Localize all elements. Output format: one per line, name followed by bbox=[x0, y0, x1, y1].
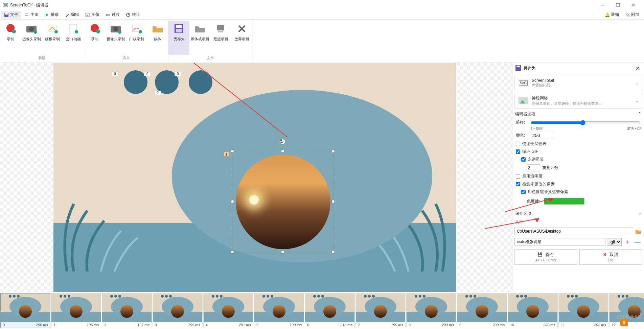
add-preset-button[interactable]: ＋ bbox=[623, 238, 632, 246]
repeat-forever-checkbox[interactable] bbox=[521, 157, 526, 162]
tab-file[interactable]: 文件 bbox=[1, 11, 21, 19]
timeline-frame[interactable]: 4201 ms bbox=[203, 293, 253, 328]
sampling-slider[interactable] bbox=[531, 120, 641, 125]
global-palette-checkbox[interactable] bbox=[516, 142, 520, 146]
frame-index: 6 bbox=[307, 323, 309, 327]
ribbon-board[interactable]: 画板录制 bbox=[42, 21, 63, 55]
resize-handle[interactable] bbox=[331, 250, 335, 254]
home-icon bbox=[24, 13, 29, 17]
object-badge: 0 bbox=[112, 72, 118, 76]
timeline-frame[interactable]: 5199 ms bbox=[254, 293, 304, 328]
panel-close-button[interactable]: ✕ bbox=[634, 65, 641, 72]
minimize-button[interactable]: ─ bbox=[595, 0, 610, 10]
timeline-frame[interactable]: 9200 ms bbox=[457, 293, 507, 328]
section-file: 文件 bbox=[512, 218, 644, 226]
section-save-options[interactable]: 保存选项⌄ bbox=[512, 209, 644, 218]
object-badge: 0 bbox=[175, 72, 181, 76]
resize-handle[interactable] bbox=[231, 250, 234, 254]
tab-edit[interactable]: 编辑 bbox=[62, 11, 82, 19]
selection-box[interactable]: ↻ 1 bbox=[232, 151, 334, 252]
chroma-color-swatch[interactable] bbox=[544, 198, 584, 205]
resize-handle[interactable] bbox=[231, 149, 234, 153]
svg-rect-4 bbox=[25, 14, 28, 14]
colors-input[interactable] bbox=[531, 132, 552, 139]
detect-unchanged-checkbox[interactable] bbox=[516, 182, 520, 186]
timeline-frame[interactable]: 2197 ms bbox=[102, 293, 152, 328]
ribbon-save-as[interactable]: 另存为 bbox=[168, 21, 189, 55]
frame-index: 10 bbox=[510, 323, 514, 327]
loop-gif-checkbox[interactable] bbox=[516, 149, 520, 154]
inserted-image[interactable] bbox=[236, 155, 330, 249]
rotate-handle[interactable]: ↻ bbox=[280, 139, 285, 144]
browse-folder-button[interactable] bbox=[635, 228, 642, 235]
ribbon-media[interactable]: 媒体 bbox=[147, 21, 168, 55]
resize-handle[interactable] bbox=[331, 200, 335, 203]
save-path-input[interactable] bbox=[514, 228, 633, 235]
ribbon-group-new: 录制 摄像头录制 画板录制 空白动画 新建 bbox=[0, 20, 84, 63]
resize-handle[interactable] bbox=[281, 149, 284, 153]
svg-marker-8 bbox=[86, 15, 88, 16]
attach-button[interactable]: 📎 附加 bbox=[622, 11, 642, 19]
svg-rect-3 bbox=[5, 13, 8, 15]
extension-select[interactable]: .gif bbox=[607, 238, 622, 246]
close-button[interactable]: ✕ bbox=[626, 0, 641, 10]
canvas-frame: 0 0 0 0 ↻ 1 bbox=[53, 63, 456, 292]
timeline-frame[interactable]: 3199 ms bbox=[153, 293, 203, 328]
notify-button[interactable]: 🔔 通知 bbox=[602, 11, 622, 19]
menubar: 文件 主页 播放 编辑 图像 过渡 统计 🔔 通知 📎 附加 bbox=[0, 10, 644, 20]
tab-stats[interactable]: 统计 bbox=[123, 11, 143, 19]
cancel-button[interactable]: ✖ 取消 Esc bbox=[579, 249, 642, 265]
repeat-count-input[interactable] bbox=[527, 164, 540, 171]
timeline-frame[interactable]: 10200 ms bbox=[508, 293, 558, 328]
ribbon-recent[interactable]: 最近项目 bbox=[210, 21, 231, 55]
transparency-checkbox[interactable] bbox=[516, 174, 520, 179]
maximize-button[interactable]: ❐ bbox=[610, 0, 626, 10]
canvas-area[interactable]: 0 0 0 0 ↻ 1 bbox=[0, 63, 512, 292]
ribbon-discard[interactable]: 放弃项目 bbox=[231, 21, 252, 55]
save-button[interactable]: 💾 保存 Alt + E / Enter bbox=[514, 249, 577, 265]
preset-selector[interactable]: 神经网络高保真量化。速度较慢，但适合较高数量... ⌄ bbox=[514, 93, 642, 109]
transition-icon bbox=[106, 13, 110, 17]
resize-handle[interactable] bbox=[331, 149, 335, 153]
encoder-selector[interactable]: S>G ScreenToGif内置编码器。 ⌄ bbox=[514, 76, 642, 90]
filename-input[interactable] bbox=[514, 238, 605, 245]
resize-handle[interactable] bbox=[231, 200, 234, 203]
ribbon-camera2[interactable]: 摄像头录制 bbox=[105, 21, 126, 55]
save-icon bbox=[4, 13, 9, 17]
svg-point-25 bbox=[118, 30, 121, 34]
cancel-icon: ✖ bbox=[603, 252, 606, 257]
object-badge: 0 bbox=[154, 91, 161, 95]
svg-rect-36 bbox=[516, 66, 520, 67]
ribbon-record2[interactable]: 录制 bbox=[84, 21, 105, 55]
workspace: 0 0 0 0 ↻ 1 另存为 ✕ bbox=[0, 63, 644, 292]
tab-transition[interactable]: 过渡 bbox=[103, 11, 122, 19]
timeline-frame[interactable]: 1196 ms bbox=[51, 293, 101, 328]
save-icon bbox=[515, 65, 521, 72]
ribbon-media-or-project[interactable]: 媒体或项目 bbox=[189, 21, 210, 55]
timeline-frame[interactable]: 11202 ms bbox=[558, 293, 608, 328]
frame-index: 0 bbox=[3, 323, 5, 327]
ribbon-blank[interactable]: 空白动画 bbox=[63, 21, 84, 55]
svg-rect-10 bbox=[108, 14, 110, 16]
chevron-down-icon: ⌄ bbox=[636, 98, 639, 103]
timeline-frame[interactable]: 8203 ms bbox=[406, 293, 456, 328]
frame-timeline[interactable]: 0200 ms1196 ms2197 ms3199 ms4201 ms5199 … bbox=[0, 292, 644, 329]
ribbon-camera[interactable]: 摄像头录制 bbox=[21, 21, 42, 55]
timeline-frame[interactable]: 0200 ms bbox=[0, 293, 50, 328]
frame-index: 2 bbox=[104, 323, 106, 327]
tab-home[interactable]: 主页 bbox=[22, 11, 41, 19]
section-encoder-options[interactable]: 编码器选项⌃ bbox=[512, 110, 644, 118]
timeline-frame[interactable]: 7199 ms bbox=[355, 293, 406, 328]
tab-play[interactable]: 播放 bbox=[42, 11, 62, 19]
svg-rect-5 bbox=[25, 15, 28, 16]
frame-delay: 199 ms bbox=[290, 323, 302, 327]
timeline-frame[interactable]: 6218 ms bbox=[305, 293, 355, 328]
ribbon-whiteboard[interactable]: 白板录制 bbox=[126, 21, 147, 55]
frame-index: 9 bbox=[459, 323, 461, 327]
remove-preset-button[interactable]: — bbox=[633, 238, 642, 245]
ribbon-record[interactable]: 录制 bbox=[0, 21, 21, 55]
resize-handle[interactable] bbox=[281, 250, 284, 254]
chroma-replace-checkbox[interactable] bbox=[521, 190, 526, 194]
app-icon bbox=[3, 2, 8, 8]
tab-image[interactable]: 图像 bbox=[83, 11, 102, 19]
